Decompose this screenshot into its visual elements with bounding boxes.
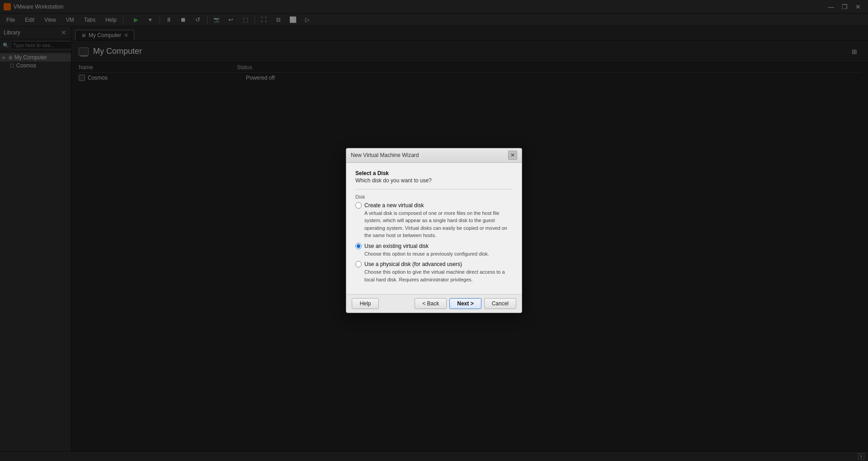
dialog-footer: Help < Back Next > Cancel bbox=[346, 294, 522, 313]
help-button[interactable]: Help bbox=[352, 298, 379, 309]
label-create-new[interactable]: Create a new virtual disk bbox=[364, 202, 424, 209]
disk-section-label: Disk bbox=[355, 194, 513, 200]
footer-right-buttons: < Back Next > Cancel bbox=[415, 298, 516, 309]
desc-use-existing: Choose this option to reuse a previously… bbox=[364, 250, 513, 258]
option-use-existing-row: Use an existing virtual disk bbox=[355, 243, 513, 249]
desc-create-new: A virtual disk is composed of one or mor… bbox=[364, 209, 513, 239]
new-vm-wizard-dialog: New Virtual Machine Wizard ✕ Select a Di… bbox=[346, 148, 522, 314]
radio-physical-disk[interactable] bbox=[355, 261, 362, 267]
option-physical-disk: Use a physical disk (for advanced users)… bbox=[355, 261, 513, 283]
option-use-existing: Use an existing virtual disk Choose this… bbox=[355, 243, 513, 258]
radio-use-existing[interactable] bbox=[355, 243, 362, 249]
radio-create-new[interactable] bbox=[355, 202, 362, 209]
dialog-section-title: Select a Disk bbox=[355, 170, 513, 176]
dialog-titlebar: New Virtual Machine Wizard ✕ bbox=[346, 148, 522, 163]
next-button[interactable]: Next > bbox=[449, 298, 481, 309]
back-button[interactable]: < Back bbox=[415, 298, 447, 309]
desc-physical-disk: Choose this option to give the virtual m… bbox=[364, 268, 513, 283]
dialog-separator bbox=[355, 189, 513, 190]
option-physical-row: Use a physical disk (for advanced users) bbox=[355, 261, 513, 267]
label-physical-disk[interactable]: Use a physical disk (for advanced users) bbox=[364, 261, 462, 267]
option-create-new-row: Create a new virtual disk bbox=[355, 202, 513, 209]
dialog-close-button[interactable]: ✕ bbox=[508, 151, 517, 160]
dialog-title: New Virtual Machine Wizard bbox=[351, 152, 419, 158]
dialog-overlay: New Virtual Machine Wizard ✕ Select a Di… bbox=[0, 0, 868, 461]
dialog-content: Select a Disk Which disk do you want to … bbox=[346, 163, 522, 295]
dialog-section-subtitle: Which disk do you want to use? bbox=[355, 177, 513, 184]
cancel-button[interactable]: Cancel bbox=[484, 298, 516, 309]
option-create-new: Create a new virtual disk A virtual disk… bbox=[355, 202, 513, 239]
label-use-existing[interactable]: Use an existing virtual disk bbox=[364, 243, 429, 249]
